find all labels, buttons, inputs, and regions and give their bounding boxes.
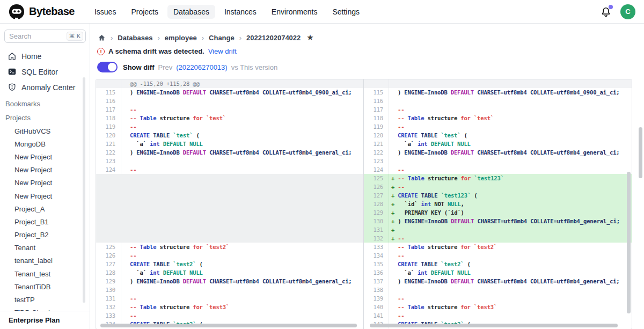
nav-item-instances[interactable]: Instances xyxy=(218,5,262,19)
line-number: 122 xyxy=(364,148,389,157)
alert-circle-icon: ! xyxy=(97,48,105,55)
line-number: 117 xyxy=(364,105,389,114)
project-item[interactable]: testTP xyxy=(0,293,90,306)
breadcrumb-item-20221202074022[interactable]: 20221202074022 xyxy=(246,34,301,42)
project-item[interactable]: Project_A xyxy=(0,202,90,215)
diff-line-left-122: 122) ENGINE=InnoDB DEFAULT CHARSET=utf8m… xyxy=(96,148,363,157)
show-diff-toggle[interactable] xyxy=(97,62,118,72)
view-drift-link[interactable]: View drift xyxy=(208,47,237,55)
diff-line-left-118: 118-- Table structure for `test` xyxy=(96,114,363,122)
nav-item-issues[interactable]: Issues xyxy=(89,5,122,19)
diff-line-right-125: 125+ -- Table structure for `test123` xyxy=(364,174,632,182)
diff-line-right-136: 136 `a` int DEFAULT NULL xyxy=(364,268,632,277)
user-avatar[interactable]: C xyxy=(620,4,635,19)
line-number: 118 xyxy=(96,114,121,122)
diff-line-right-127: 127+ CREATE TABLE `test123` ( xyxy=(364,191,632,200)
project-item[interactable]: Project_B1 xyxy=(0,215,90,228)
diff-line-right-141: 141-- xyxy=(364,311,632,320)
line-number: 124 xyxy=(96,165,121,174)
line-number: 137 xyxy=(364,277,389,286)
nav-item-databases[interactable]: Databases xyxy=(167,5,215,19)
project-item[interactable]: New Project xyxy=(0,164,90,177)
breadcrumb-item-change[interactable]: Change xyxy=(209,34,235,42)
line-number xyxy=(96,174,121,243)
sidebar-item-label: SQL Editor xyxy=(21,68,58,76)
sidebar-item-anomaly-center[interactable]: Anomaly Center xyxy=(0,79,90,95)
line-number: 128 xyxy=(96,268,121,277)
project-item[interactable]: TenantTiDB xyxy=(0,280,90,293)
prev-version-link[interactable]: (202206270013) xyxy=(176,63,227,71)
home-icon xyxy=(8,52,17,61)
project-item[interactable]: Project_B2 xyxy=(0,229,90,242)
project-item[interactable]: MongoDB xyxy=(0,137,90,150)
project-item[interactable]: tenant_label xyxy=(0,254,90,267)
home-icon[interactable] xyxy=(98,34,106,42)
diff-line-left-header: @@ -115,20 +115,28 @@ xyxy=(96,79,363,88)
project-item[interactable]: New Project xyxy=(0,150,90,163)
breadcrumb-separator: › xyxy=(202,34,204,42)
nav-item-environments[interactable]: Environments xyxy=(266,5,324,19)
line-number: 127 xyxy=(364,191,389,200)
notification-button[interactable] xyxy=(600,6,612,18)
project-item[interactable]: New Project xyxy=(0,189,90,202)
line-number: 127 xyxy=(96,260,121,268)
line-number: 115 xyxy=(364,88,389,97)
brand[interactable]: Bytebase xyxy=(9,4,75,20)
project-item[interactable]: GitHubVCS xyxy=(0,125,90,137)
sidebar-section-bookmarks: Bookmarks xyxy=(0,95,90,109)
sidebar-menu: HomeSQL EditorAnomaly Center xyxy=(0,48,90,95)
line-number: 141 xyxy=(364,311,389,320)
page-scrollbar[interactable] xyxy=(639,127,642,178)
diff-line-left-130: 130 xyxy=(96,286,363,294)
diff-line-right-123: 123 xyxy=(364,157,632,165)
line-number: 133 xyxy=(364,243,389,251)
top-nav: Bytebase IssuesProjectsDatabasesInstance… xyxy=(0,0,644,24)
line-number: 131 xyxy=(96,294,121,303)
bookmark-star-icon[interactable]: ★ xyxy=(306,33,313,42)
terminal-icon xyxy=(8,67,17,76)
diff-line-right-122: 122) ENGINE=InnoDB DEFAULT CHARSET=utf8m… xyxy=(364,148,632,157)
line-number: 121 xyxy=(96,140,121,148)
diff-line-right-130: 130+ ) ENGINE=InnoDB DEFAULT CHARSET=utf… xyxy=(364,217,632,225)
diff-line-right-137: 137) ENGINE=InnoDB DEFAULT CHARSET=utf8m… xyxy=(364,277,632,286)
search-box: ⌘ K xyxy=(4,30,85,43)
sidebar-item-home[interactable]: Home xyxy=(0,48,90,64)
line-number: 116 xyxy=(96,97,121,105)
line-number: 128 xyxy=(364,200,389,208)
line-number: 135 xyxy=(364,260,389,268)
breadcrumb-separator: › xyxy=(239,34,241,42)
bell-icon xyxy=(600,10,612,19)
project-item[interactable]: Tenant xyxy=(0,242,90,254)
project-item[interactable]: Tenant_test xyxy=(0,267,90,280)
project-list: GitHubVCSMongoDBNew ProjectNew ProjectNe… xyxy=(0,125,90,319)
nav-item-settings[interactable]: Settings xyxy=(326,5,365,19)
diff-line-right-124: 124-- xyxy=(364,165,632,174)
diff-line-right-115: 115) ENGINE=InnoDB DEFAULT CHARSET=utf8m… xyxy=(364,88,632,97)
sidebar-item-sql-editor[interactable]: SQL Editor xyxy=(0,64,90,79)
sidebar-scrollbar[interactable] xyxy=(83,77,85,303)
diff-line-right-134: 134-- xyxy=(364,251,632,260)
breadcrumb-item-databases[interactable]: Databases xyxy=(118,34,152,42)
horizontal-scrollbar-left[interactable] xyxy=(100,324,357,327)
line-number: 122 xyxy=(96,148,121,157)
line-number: 140 xyxy=(364,303,389,311)
line-number: 138 xyxy=(364,286,389,294)
diff-line-left-129: 129) ENGINE=InnoDB DEFAULT CHARSET=utf8m… xyxy=(96,277,363,286)
diff-line-right-132: 132+ -- xyxy=(364,234,632,243)
line-number xyxy=(364,79,389,88)
line-number: 130 xyxy=(96,286,121,294)
diff-line-right-139: 139-- xyxy=(364,294,632,303)
horizontal-scrollbar-right[interactable] xyxy=(370,324,618,327)
diff-vertical-scrollbar[interactable] xyxy=(627,172,631,313)
line-number: 120 xyxy=(96,131,121,140)
diff-line-right-140: 140-- Table structure for `test3` xyxy=(364,303,632,311)
nav-item-projects[interactable]: Projects xyxy=(125,5,164,19)
project-item[interactable]: New Project xyxy=(0,177,90,189)
line-number: 126 xyxy=(96,251,121,260)
breadcrumb-item-employee[interactable]: employee xyxy=(165,34,197,42)
nav-menu: IssuesProjectsDatabasesInstancesEnvironm… xyxy=(89,5,365,19)
line-number xyxy=(96,79,121,88)
show-diff-label: Show diff xyxy=(123,63,155,71)
diff-line-left-117: 117-- xyxy=(96,105,363,114)
schema-drift-alert: ! A schema drift was detected. View drif… xyxy=(90,42,644,55)
